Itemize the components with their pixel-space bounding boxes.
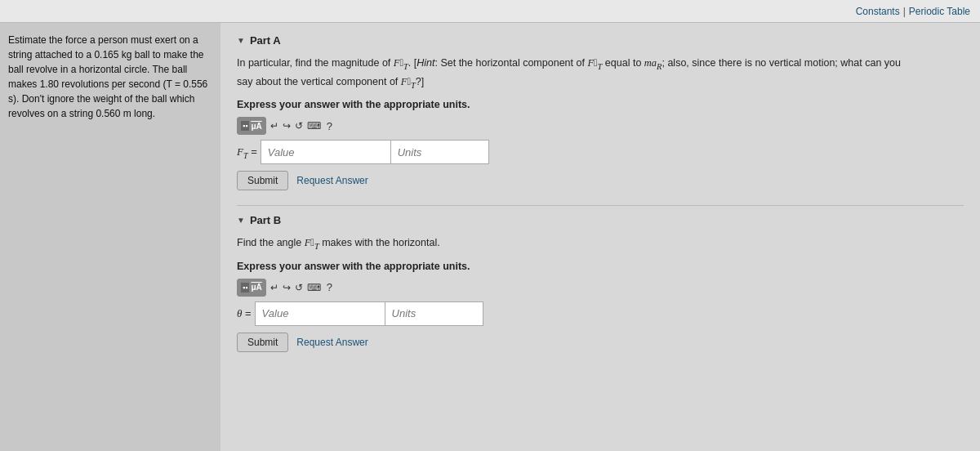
part-a-submit-button[interactable]: Submit xyxy=(237,171,288,190)
periodic-table-link[interactable]: Periodic Table xyxy=(909,6,970,17)
help-icon-b[interactable]: ? xyxy=(327,281,332,293)
part-b-action-row: Submit Request Answer xyxy=(237,333,964,352)
part-b-answer-label: θ = xyxy=(237,307,252,320)
part-b-section: ▼ Part B Find the angle F⃗T makes with t… xyxy=(237,214,964,351)
part-b-answer-row: θ = xyxy=(237,301,964,326)
keyboard-icon-b[interactable]: ⌨ xyxy=(307,282,321,293)
part-a-toolbar: ▪▪μA ↵ ↪ ↺ ⌨ ? xyxy=(237,117,964,135)
keyboard-icon-a[interactable]: ⌨ xyxy=(307,120,321,132)
part-a-units-input[interactable] xyxy=(391,140,489,164)
redo-icon-b[interactable]: ↪ xyxy=(283,282,291,293)
constants-link[interactable]: Constants xyxy=(856,6,900,17)
left-panel: Estimate the force a person must exert o… xyxy=(0,23,220,451)
formula-btn-b[interactable]: ▪▪μA xyxy=(237,279,266,297)
part-b-request-answer-link[interactable]: Request Answer xyxy=(296,337,368,348)
part-a-answer-label: FT = xyxy=(237,145,257,160)
right-panel: ▼ Part A In particular, find the magnitu… xyxy=(220,23,980,451)
part-a-action-row: Submit Request Answer xyxy=(237,171,964,190)
part-a-label: Part A xyxy=(250,34,281,47)
section-divider xyxy=(237,205,964,206)
problem-description: Estimate the force a person must exert o… xyxy=(8,33,212,121)
part-b-value-input[interactable] xyxy=(255,301,385,326)
top-bar-links: Constants | Periodic Table xyxy=(856,6,970,17)
main-content: Estimate the force a person must exert o… xyxy=(0,23,980,451)
part-a-request-answer-link[interactable]: Request Answer xyxy=(296,175,368,186)
part-b-express-label: Express your answer with the appropriate… xyxy=(237,261,964,272)
undo-icon-b[interactable]: ↵ xyxy=(270,282,278,293)
separator: | xyxy=(903,6,906,17)
part-b-submit-button[interactable]: Submit xyxy=(237,333,288,352)
undo-icon-a[interactable]: ↵ xyxy=(270,120,278,132)
part-a-section: ▼ Part A In particular, find the magnitu… xyxy=(237,34,964,190)
part-a-answer-row: FT = xyxy=(237,140,964,164)
top-bar: Constants | Periodic Table xyxy=(0,0,980,23)
part-b-description: Find the angle F⃗T makes with the horizo… xyxy=(237,234,906,253)
part-b-arrow[interactable]: ▼ xyxy=(237,216,245,225)
part-b-header: ▼ Part B xyxy=(237,214,964,226)
part-a-express-label: Express your answer with the appropriate… xyxy=(237,99,964,110)
part-a-description: In particular, find the magnitude of F⃗T… xyxy=(237,55,906,92)
redo-icon-a[interactable]: ↪ xyxy=(283,120,291,132)
part-b-label: Part B xyxy=(250,214,281,226)
part-a-arrow[interactable]: ▼ xyxy=(237,36,245,45)
part-b-toolbar: ▪▪μA ↵ ↪ ↺ ⌨ ? xyxy=(237,279,964,297)
help-icon-a[interactable]: ? xyxy=(327,120,332,132)
refresh-icon-b[interactable]: ↺ xyxy=(295,282,303,293)
refresh-icon-a[interactable]: ↺ xyxy=(295,120,303,132)
part-b-units-input[interactable] xyxy=(385,301,483,326)
part-a-header: ▼ Part A xyxy=(237,34,964,47)
formula-btn-a[interactable]: ▪▪μA xyxy=(237,117,266,135)
part-a-value-input[interactable] xyxy=(261,140,391,164)
